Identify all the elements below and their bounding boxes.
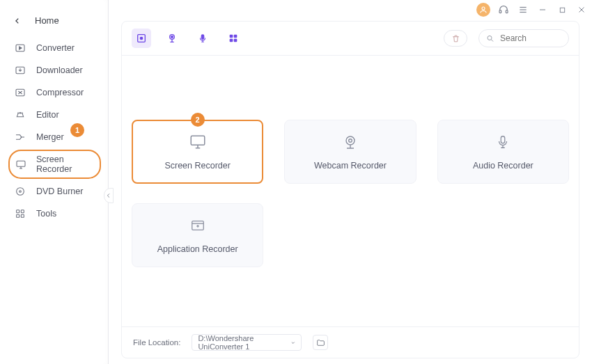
toolbar-apps-icon[interactable]: [224, 29, 243, 48]
svg-rect-28: [234, 35, 237, 38]
sidebar-item-compressor[interactable]: Compressor: [0, 81, 108, 104]
open-folder-button[interactable]: [313, 335, 328, 350]
sidebar: Home Converter Downloader Compressor Edi…: [0, 0, 109, 364]
file-location-path: D:\Wondershare UniConverter 1: [198, 334, 290, 351]
chevron-down-icon: [290, 340, 296, 346]
compressor-icon: [14, 86, 26, 99]
card-audio-recorder[interactable]: Audio Recorder: [437, 120, 569, 184]
tools-icon: [14, 207, 26, 220]
svg-point-35: [349, 139, 352, 143]
svg-point-16: [17, 188, 24, 196]
card-label: Audio Recorder: [473, 161, 533, 171]
maximize-button[interactable]: [556, 3, 568, 16]
callout-badge-1: 1: [70, 123, 84, 137]
footer: File Location: D:\Wondershare UniConvert…: [122, 326, 579, 358]
close-button[interactable]: [575, 3, 588, 16]
window-controls: [476, 3, 588, 17]
toolbar-screen-icon[interactable]: [132, 29, 151, 48]
recorder-grid: 2 Screen Recorder Webcam Recorder: [132, 120, 569, 267]
svg-rect-15: [17, 161, 25, 166]
svg-rect-2: [506, 10, 508, 13]
card-label: Application Recorder: [157, 244, 238, 254]
sidebar-item-label: DVD Burner: [36, 187, 83, 196]
sidebar-item-label: Tools: [36, 209, 56, 219]
svg-rect-20: [17, 214, 20, 217]
merger-icon: [14, 131, 26, 143]
svg-rect-26: [201, 35, 204, 39]
search-icon: [486, 34, 494, 43]
sidebar-collapse-handle[interactable]: [104, 188, 114, 203]
folder-icon: [316, 338, 325, 347]
svg-point-23: [140, 37, 142, 39]
card-webcam-recorder[interactable]: Webcam Recorder: [284, 120, 416, 184]
user-avatar[interactable]: [476, 3, 490, 17]
sidebar-item-downloader[interactable]: Downloader: [0, 59, 108, 81]
card-application-recorder[interactable]: Application Recorder: [132, 203, 263, 267]
editor-icon: [14, 109, 26, 121]
svg-point-31: [488, 35, 492, 40]
svg-rect-36: [501, 136, 506, 143]
screen-recorder-icon: [15, 158, 26, 171]
sidebar-item-editor[interactable]: Editor: [0, 104, 108, 126]
svg-rect-21: [21, 214, 24, 217]
microphone-icon: [494, 133, 512, 151]
sidebar-item-label: Downloader: [36, 65, 83, 75]
callout-badge-2: 2: [191, 113, 205, 127]
toolbar-webcam-icon[interactable]: [162, 29, 182, 48]
svg-point-0: [482, 7, 485, 10]
application-icon: [189, 216, 207, 235]
search-input[interactable]: [500, 33, 561, 43]
svg-rect-19: [21, 210, 24, 213]
svg-rect-30: [234, 39, 237, 42]
sidebar-item-converter[interactable]: Converter: [0, 37, 108, 59]
sidebar-item-label: Compressor: [36, 88, 84, 97]
user-icon: [479, 6, 488, 14]
sidebar-item-label: Converter: [36, 43, 75, 53]
sidebar-item-label: Merger: [36, 132, 64, 142]
sidebar-item-dvd-burner[interactable]: DVD Burner: [0, 180, 108, 203]
toolbar: [122, 22, 579, 56]
svg-rect-27: [230, 35, 233, 38]
sidebar-item-label: Editor: [36, 110, 59, 120]
svg-rect-7: [560, 8, 564, 12]
svg-point-14: [20, 113, 20, 113]
chevron-left-icon: [106, 193, 111, 198]
svg-point-17: [20, 191, 22, 193]
svg-point-34: [346, 136, 355, 145]
minimize-button[interactable]: [536, 3, 549, 16]
toolbar-audio-icon[interactable]: [193, 29, 212, 48]
content-panel: 2 Screen Recorder Webcam Recorder: [121, 21, 579, 358]
dvd-icon: [14, 185, 26, 198]
converter-icon: [14, 42, 26, 54]
headset-icon[interactable]: [497, 3, 510, 16]
svg-point-25: [171, 36, 173, 38]
back-button[interactable]: [13, 16, 22, 26]
sidebar-item-screen-recorder[interactable]: Screen Recorder: [8, 150, 101, 179]
svg-line-32: [492, 40, 494, 42]
svg-rect-1: [499, 10, 501, 13]
svg-rect-33: [191, 136, 205, 145]
card-label: Screen Recorder: [164, 161, 231, 171]
webcam-icon: [341, 133, 359, 151]
sidebar-item-label: Screen Recorder: [36, 155, 94, 174]
sidebar-item-merger[interactable]: Merger 1: [0, 126, 108, 148]
hamburger-icon[interactable]: [517, 3, 529, 16]
svg-marker-11: [20, 47, 22, 49]
svg-rect-18: [17, 210, 20, 213]
toolbar-trash-button[interactable]: [444, 30, 467, 47]
trash-icon: [451, 34, 460, 43]
card-label: Webcam Recorder: [314, 161, 387, 171]
file-location-select[interactable]: D:\Wondershare UniConverter 1: [192, 334, 302, 351]
downloader-icon: [14, 64, 26, 77]
monitor-icon: [189, 133, 207, 151]
search-box[interactable]: [478, 29, 569, 47]
svg-rect-29: [230, 39, 233, 42]
main-area: 2 Screen Recorder Webcam Recorder: [109, 0, 592, 364]
file-location-label: File Location:: [133, 338, 180, 347]
sidebar-title: Home: [35, 15, 59, 26]
card-screen-recorder[interactable]: 2 Screen Recorder: [132, 120, 263, 184]
sidebar-item-tools[interactable]: Tools: [0, 203, 108, 225]
